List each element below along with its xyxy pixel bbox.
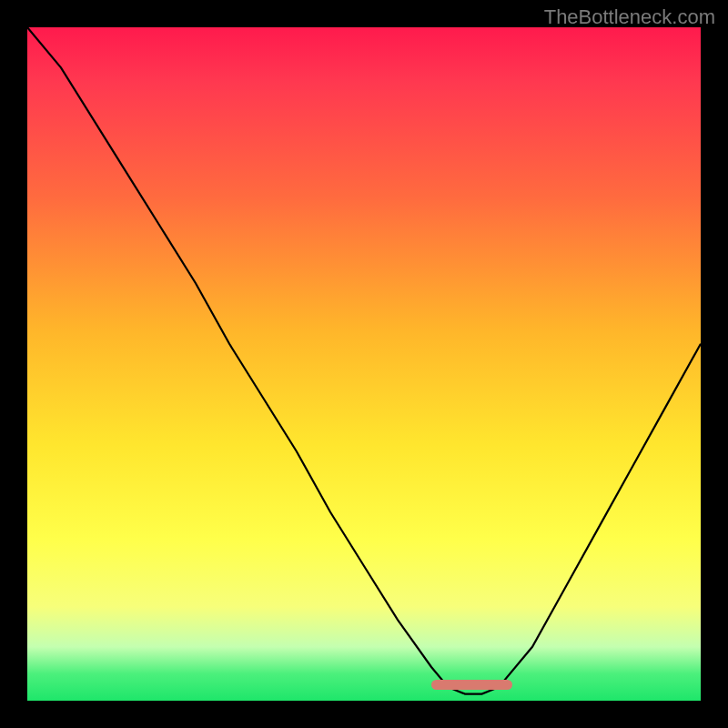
chart-plot-area — [27, 27, 701, 701]
bottleneck-curve — [27, 27, 701, 701]
optimal-range-marker — [431, 680, 512, 690]
watermark-text: TheBottleneck.com — [544, 5, 715, 29]
